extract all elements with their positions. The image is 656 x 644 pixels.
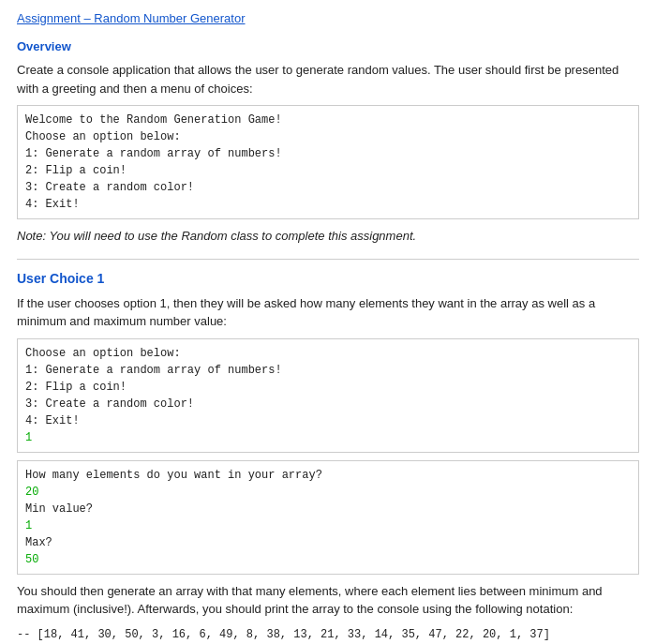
user-choice-1-description: If the user chooses option 1, then they … bbox=[17, 294, 639, 331]
divider-1 bbox=[17, 259, 639, 260]
array-output-block: -- [18, 41, 30, 50, 3, 16, 6, 49, 8, 38,… bbox=[17, 626, 639, 643]
page-title-link[interactable]: Assignment – Random Number Generator bbox=[17, 11, 246, 25]
overview-description: Create a console application that allows… bbox=[17, 61, 639, 97]
initial-menu-block: Welcome to the Random Generation Game! C… bbox=[17, 105, 639, 219]
header-link-container: Assignment – Random Number Generator bbox=[17, 9, 639, 28]
note-text: Note: You will need to use the Random cl… bbox=[17, 227, 639, 246]
overview-title: Overview bbox=[17, 37, 639, 56]
choice-1-menu-block: Choose an option below: 1: Generate a ra… bbox=[17, 338, 639, 453]
overview-section: Overview Create a console application th… bbox=[17, 37, 639, 246]
user-choice-1-title: User Choice 1 bbox=[17, 269, 639, 289]
choice-1-after-text: You should then generate an array with t… bbox=[17, 582, 639, 619]
choice-1-prompt-block: How many elements do you want in your ar… bbox=[17, 460, 639, 575]
user-choice-1-section: User Choice 1 If the user chooses option… bbox=[17, 269, 639, 643]
